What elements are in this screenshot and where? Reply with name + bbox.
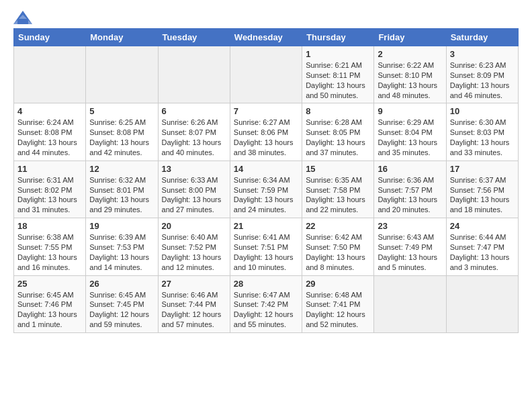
calendar-day-cell: 16Sunrise: 6:36 AMSunset: 7:57 PMDayligh… (374, 161, 446, 218)
weekday-header-cell: Friday (374, 29, 446, 46)
calendar-day-cell: 14Sunrise: 6:34 AMSunset: 7:59 PMDayligh… (230, 161, 302, 218)
calendar-day-cell: 22Sunrise: 6:42 AMSunset: 7:50 PMDayligh… (302, 218, 374, 275)
day-number: 28 (234, 279, 298, 289)
cell-text: Sunrise: 6:21 AMSunset: 8:11 PMDaylight:… (306, 60, 370, 100)
day-number: 9 (378, 106, 442, 116)
day-number: 3 (450, 49, 515, 59)
weekday-header-cell: Thursday (302, 29, 374, 46)
calendar-day-cell: 13Sunrise: 6:33 AMSunset: 8:00 PMDayligh… (158, 161, 230, 218)
calendar-day-cell (14, 46, 86, 103)
cell-text: Sunrise: 6:40 AMSunset: 7:52 PMDaylight:… (162, 232, 226, 272)
calendar-day-cell (446, 275, 518, 332)
calendar-week-row: 1Sunrise: 6:21 AMSunset: 8:11 PMDaylight… (14, 46, 519, 103)
cell-text: Sunrise: 6:29 AMSunset: 8:04 PMDaylight:… (378, 118, 442, 157)
calendar-day-cell: 15Sunrise: 6:35 AMSunset: 7:58 PMDayligh… (302, 161, 374, 218)
calendar-day-cell: 4Sunrise: 6:24 AMSunset: 8:08 PMDaylight… (14, 103, 86, 161)
cell-text: Sunrise: 6:35 AMSunset: 7:58 PMDaylight:… (306, 175, 370, 215)
cell-text: Sunrise: 6:28 AMSunset: 8:05 PMDaylight:… (306, 118, 370, 157)
calendar-day-cell: 17Sunrise: 6:37 AMSunset: 7:56 PMDayligh… (446, 161, 518, 218)
day-number: 13 (162, 164, 226, 174)
calendar-day-cell: 26Sunrise: 6:45 AMSunset: 7:45 PMDayligh… (86, 275, 158, 332)
day-number: 23 (378, 221, 442, 231)
calendar-day-cell: 27Sunrise: 6:46 AMSunset: 7:44 PMDayligh… (158, 275, 230, 332)
weekday-header-cell: Tuesday (158, 29, 230, 46)
cell-text: Sunrise: 6:23 AMSunset: 8:09 PMDaylight:… (450, 60, 515, 100)
day-number: 22 (306, 221, 370, 231)
calendar-day-cell: 2Sunrise: 6:22 AMSunset: 8:10 PMDaylight… (374, 46, 446, 103)
cell-text: Sunrise: 6:25 AMSunset: 8:08 PMDaylight:… (89, 118, 154, 157)
day-number: 20 (162, 221, 226, 231)
calendar-day-cell: 1Sunrise: 6:21 AMSunset: 8:11 PMDaylight… (302, 46, 374, 103)
day-number: 6 (162, 106, 226, 116)
day-number: 24 (450, 221, 515, 231)
calendar-day-cell: 18Sunrise: 6:38 AMSunset: 7:55 PMDayligh… (14, 218, 86, 275)
calendar-day-cell: 24Sunrise: 6:44 AMSunset: 7:47 PMDayligh… (446, 218, 518, 275)
cell-text: Sunrise: 6:36 AMSunset: 7:57 PMDaylight:… (378, 175, 442, 215)
calendar-week-row: 25Sunrise: 6:45 AMSunset: 7:46 PMDayligh… (14, 275, 519, 332)
calendar-day-cell: 10Sunrise: 6:30 AMSunset: 8:03 PMDayligh… (446, 103, 518, 161)
logo-icon (13, 11, 32, 24)
day-number: 2 (378, 49, 442, 59)
calendar-day-cell (230, 46, 302, 103)
day-number: 1 (306, 49, 370, 59)
cell-text: Sunrise: 6:47 AMSunset: 7:42 PMDaylight:… (234, 290, 298, 330)
calendar-day-cell: 19Sunrise: 6:39 AMSunset: 7:53 PMDayligh… (86, 218, 158, 275)
day-number: 29 (306, 279, 370, 289)
calendar-day-cell: 7Sunrise: 6:27 AMSunset: 8:06 PMDaylight… (230, 103, 302, 161)
cell-text: Sunrise: 6:38 AMSunset: 7:55 PMDaylight:… (17, 232, 82, 272)
calendar-day-cell: 20Sunrise: 6:40 AMSunset: 7:52 PMDayligh… (158, 218, 230, 275)
cell-text: Sunrise: 6:27 AMSunset: 8:06 PMDaylight:… (234, 118, 298, 157)
day-number: 12 (89, 164, 154, 174)
calendar-day-cell: 29Sunrise: 6:48 AMSunset: 7:41 PMDayligh… (302, 275, 374, 332)
day-number: 14 (234, 164, 298, 174)
weekday-header-cell: Monday (86, 29, 158, 46)
calendar-day-cell: 11Sunrise: 6:31 AMSunset: 8:02 PMDayligh… (14, 161, 86, 218)
cell-text: Sunrise: 6:30 AMSunset: 8:03 PMDaylight:… (450, 118, 515, 157)
weekday-header-cell: Wednesday (230, 29, 302, 46)
cell-text: Sunrise: 6:42 AMSunset: 7:50 PMDaylight:… (306, 232, 370, 272)
calendar-day-cell (158, 46, 230, 103)
day-number: 15 (306, 164, 370, 174)
day-number: 19 (89, 221, 154, 231)
cell-text: Sunrise: 6:34 AMSunset: 7:59 PMDaylight:… (234, 175, 298, 215)
calendar-day-cell: 28Sunrise: 6:47 AMSunset: 7:42 PMDayligh… (230, 275, 302, 332)
day-number: 25 (17, 279, 82, 289)
calendar-day-cell: 25Sunrise: 6:45 AMSunset: 7:46 PMDayligh… (14, 275, 86, 332)
cell-text: Sunrise: 6:45 AMSunset: 7:46 PMDaylight:… (17, 290, 82, 330)
cell-text: Sunrise: 6:31 AMSunset: 8:02 PMDaylight:… (17, 175, 82, 215)
calendar-table: SundayMondayTuesdayWednesdayThursdayFrid… (13, 28, 519, 333)
day-number: 10 (450, 106, 515, 116)
weekday-header-row: SundayMondayTuesdayWednesdayThursdayFrid… (14, 29, 519, 46)
day-number: 26 (89, 279, 154, 289)
calendar-day-cell (374, 275, 446, 332)
calendar-day-cell: 3Sunrise: 6:23 AMSunset: 8:09 PMDaylight… (446, 46, 518, 103)
cell-text: Sunrise: 6:48 AMSunset: 7:41 PMDaylight:… (306, 290, 370, 330)
cell-text: Sunrise: 6:32 AMSunset: 8:01 PMDaylight:… (89, 175, 154, 215)
cell-text: Sunrise: 6:45 AMSunset: 7:45 PMDaylight:… (89, 290, 154, 330)
calendar-day-cell: 5Sunrise: 6:25 AMSunset: 8:08 PMDaylight… (86, 103, 158, 161)
calendar-day-cell: 23Sunrise: 6:43 AMSunset: 7:49 PMDayligh… (374, 218, 446, 275)
calendar-week-row: 18Sunrise: 6:38 AMSunset: 7:55 PMDayligh… (14, 218, 519, 275)
cell-text: Sunrise: 6:41 AMSunset: 7:51 PMDaylight:… (234, 232, 298, 272)
day-number: 7 (234, 106, 298, 116)
calendar-day-cell: 6Sunrise: 6:26 AMSunset: 8:07 PMDaylight… (158, 103, 230, 161)
logo (13, 11, 35, 24)
header (13, 11, 519, 24)
day-number: 4 (17, 106, 82, 116)
day-number: 27 (162, 279, 226, 289)
cell-text: Sunrise: 6:33 AMSunset: 8:00 PMDaylight:… (162, 175, 226, 215)
calendar-day-cell: 12Sunrise: 6:32 AMSunset: 8:01 PMDayligh… (86, 161, 158, 218)
day-number: 17 (450, 164, 515, 174)
cell-text: Sunrise: 6:26 AMSunset: 8:07 PMDaylight:… (162, 118, 226, 157)
cell-text: Sunrise: 6:24 AMSunset: 8:08 PMDaylight:… (17, 118, 82, 157)
cell-text: Sunrise: 6:46 AMSunset: 7:44 PMDaylight:… (162, 290, 226, 330)
day-number: 11 (17, 164, 82, 174)
day-number: 8 (306, 106, 370, 116)
day-number: 21 (234, 221, 298, 231)
day-number: 16 (378, 164, 442, 174)
calendar-week-row: 11Sunrise: 6:31 AMSunset: 8:02 PMDayligh… (14, 161, 519, 218)
cell-text: Sunrise: 6:37 AMSunset: 7:56 PMDaylight:… (450, 175, 515, 215)
calendar-body: 1Sunrise: 6:21 AMSunset: 8:11 PMDaylight… (14, 46, 519, 333)
cell-text: Sunrise: 6:22 AMSunset: 8:10 PMDaylight:… (378, 60, 442, 100)
cell-text: Sunrise: 6:39 AMSunset: 7:53 PMDaylight:… (89, 232, 154, 272)
